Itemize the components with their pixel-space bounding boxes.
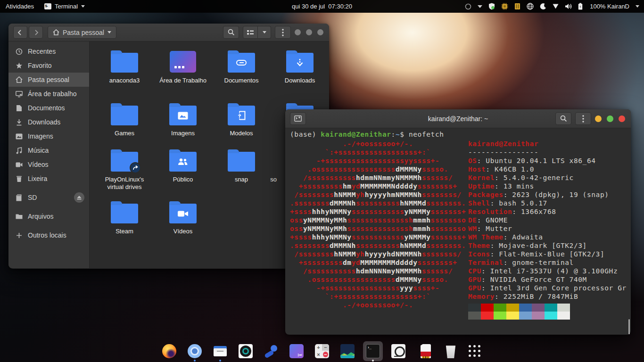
sdcard-icon bbox=[15, 194, 23, 201]
files-headerbar[interactable]: Pasta pessoal bbox=[8, 24, 329, 41]
cpu-chip-icon[interactable] bbox=[501, 3, 508, 10]
globe-icon[interactable] bbox=[527, 3, 534, 10]
minimize-button[interactable] bbox=[595, 115, 602, 122]
paperclip-emblem-icon bbox=[228, 53, 255, 73]
eject-button[interactable] bbox=[74, 192, 84, 203]
steam-icon bbox=[264, 344, 278, 358]
speaker-icon[interactable] bbox=[565, 3, 572, 9]
running-indicator bbox=[219, 360, 221, 362]
battery-icon[interactable] bbox=[578, 3, 583, 10]
sidebar-item-outros-locais[interactable]: Outros locais bbox=[8, 228, 89, 242]
folder-icon bbox=[169, 50, 197, 74]
sidebar-item-lixeira[interactable]: Lixeira bbox=[8, 172, 89, 186]
dock-item-music-player[interactable] bbox=[236, 341, 256, 361]
caret-icon[interactable] bbox=[478, 5, 482, 8]
dock-item-system-monitor[interactable] bbox=[338, 341, 357, 361]
maximize-button[interactable] bbox=[306, 29, 312, 35]
activities-button[interactable]: Atividades bbox=[6, 3, 34, 10]
files-icon bbox=[213, 344, 227, 358]
folder-p-blico[interactable]: Público bbox=[154, 147, 212, 199]
folder-icon bbox=[110, 103, 139, 126]
minimize-button[interactable] bbox=[295, 29, 301, 35]
ram-chip-icon[interactable] bbox=[514, 3, 520, 10]
sidebar-item-pasta-pessoal[interactable]: Pasta pessoal bbox=[8, 73, 89, 87]
plus-icon bbox=[15, 232, 23, 239]
maximize-button[interactable] bbox=[607, 115, 613, 122]
folder-snap[interactable]: snap bbox=[212, 147, 271, 199]
sidebar-item-label: Arquivos bbox=[28, 213, 53, 220]
close-button[interactable] bbox=[317, 29, 323, 35]
view-mode-button[interactable] bbox=[243, 26, 258, 39]
top-bar: Atividades Terminal qui 30 de jul 07:30:… bbox=[0, 0, 644, 13]
dock-item-sd-card[interactable] bbox=[414, 341, 434, 361]
folder-v-deos[interactable]: Vídeos bbox=[154, 199, 212, 246]
document-icon bbox=[15, 105, 23, 112]
dock-item-steam[interactable] bbox=[261, 341, 281, 361]
folder-label: Área de Trabalho bbox=[159, 77, 206, 84]
sidebar-item-documentos[interactable]: Documentos bbox=[8, 101, 89, 115]
system-menu-caret-icon[interactable] bbox=[636, 5, 639, 8]
clock[interactable]: qui 30 de jul 07:30:20 bbox=[292, 3, 352, 10]
path-button[interactable]: Pasta pessoal bbox=[48, 26, 116, 39]
sidebar-item-downloads[interactable]: Downloads bbox=[8, 115, 89, 129]
folder-anaconda3[interactable]: anaconda3 bbox=[95, 48, 154, 101]
new-terminal-icon bbox=[294, 115, 302, 122]
running-indicator bbox=[194, 360, 196, 362]
terminal-menu-button[interactable] bbox=[575, 112, 591, 125]
forward-button[interactable] bbox=[29, 26, 43, 39]
folder-steam[interactable]: Steam bbox=[95, 199, 154, 246]
dock-item-disk-utility[interactable] bbox=[388, 341, 408, 361]
moon-icon[interactable] bbox=[540, 3, 546, 10]
sidebar-item--rea-de-trabalho[interactable]: Área de trabalho bbox=[8, 87, 89, 101]
palette-row-normal bbox=[468, 304, 570, 312]
folder-games[interactable]: Games bbox=[95, 101, 154, 147]
clock-icon bbox=[15, 48, 23, 55]
sidebar-item-m-sica[interactable]: Música bbox=[8, 143, 89, 157]
terminal-body[interactable]: (base) kairand@Zenithar:~$ neofetch .-/+… bbox=[285, 128, 631, 334]
dock-item-app-grid[interactable] bbox=[465, 341, 485, 361]
sidebar-item-label: Área de trabalho bbox=[28, 90, 77, 98]
dock-item-screenshot-tool[interactable] bbox=[287, 341, 306, 361]
sidebar-item-label: Recentes bbox=[28, 48, 56, 55]
battery-percent-label: 100% KairanD bbox=[590, 3, 629, 10]
folder--rea-de-trabalho[interactable]: Área de Trabalho bbox=[154, 48, 212, 101]
app-menu-terminal[interactable]: Terminal bbox=[44, 3, 85, 10]
input-circle-icon[interactable] bbox=[465, 3, 471, 10]
view-options-button[interactable] bbox=[258, 26, 271, 39]
home-icon bbox=[15, 76, 23, 83]
dock-item-files[interactable] bbox=[210, 341, 230, 361]
back-button[interactable] bbox=[13, 26, 27, 39]
dock-item-trash[interactable] bbox=[439, 341, 459, 361]
folder-label: so bbox=[270, 176, 277, 183]
dock-item-chromium[interactable] bbox=[185, 341, 205, 361]
dock-item-calculator[interactable]: +−×− bbox=[312, 341, 332, 361]
shield-check-icon[interactable] bbox=[488, 3, 495, 10]
folder-modelos[interactable]: Modelos bbox=[212, 101, 271, 147]
terminal-headerbar[interactable]: kairand@Zenithar: ~ bbox=[285, 109, 631, 128]
search-button[interactable] bbox=[223, 26, 239, 39]
sidebar-item-arquivos[interactable]: Arquivos bbox=[8, 209, 89, 223]
sidebar-item-imagens[interactable]: Imagens bbox=[8, 129, 89, 143]
folder-label: anaconda3 bbox=[109, 77, 140, 84]
terminal-search-button[interactable] bbox=[555, 112, 571, 125]
folder-imagens[interactable]: Imagens bbox=[154, 101, 212, 147]
sidebar-item-label: Imagens bbox=[28, 132, 53, 140]
sidebar-item-sd[interactable]: SD bbox=[8, 190, 89, 205]
terminal-scrollbar[interactable] bbox=[628, 319, 630, 334]
new-tab-button[interactable] bbox=[290, 112, 306, 125]
music-player-icon bbox=[239, 344, 253, 358]
sidebar-item-recentes[interactable]: Recentes bbox=[8, 44, 89, 58]
files-menu-button[interactable] bbox=[275, 26, 291, 39]
path-label: Pasta pessoal bbox=[63, 29, 104, 36]
close-button[interactable] bbox=[619, 115, 625, 122]
dock-item-terminal[interactable] bbox=[363, 341, 383, 361]
sidebar-item-v-deos[interactable]: Vídeos bbox=[8, 157, 89, 172]
dock-item-firefox[interactable] bbox=[159, 341, 179, 361]
sd-card-icon bbox=[421, 344, 431, 358]
folder-playonlinux-s-virtual-drives[interactable]: PlayOnLinux's virtual drives bbox=[95, 147, 154, 199]
sidebar-item-favorito[interactable]: Favorito bbox=[8, 58, 89, 73]
network-triangle-icon[interactable] bbox=[553, 4, 559, 9]
folder-documentos[interactable]: Documentos bbox=[212, 48, 271, 101]
folder-downloads[interactable]: Downloads bbox=[271, 48, 329, 101]
files-sidebar: RecentesFavoritoPasta pessoalÁrea de tra… bbox=[8, 41, 90, 268]
